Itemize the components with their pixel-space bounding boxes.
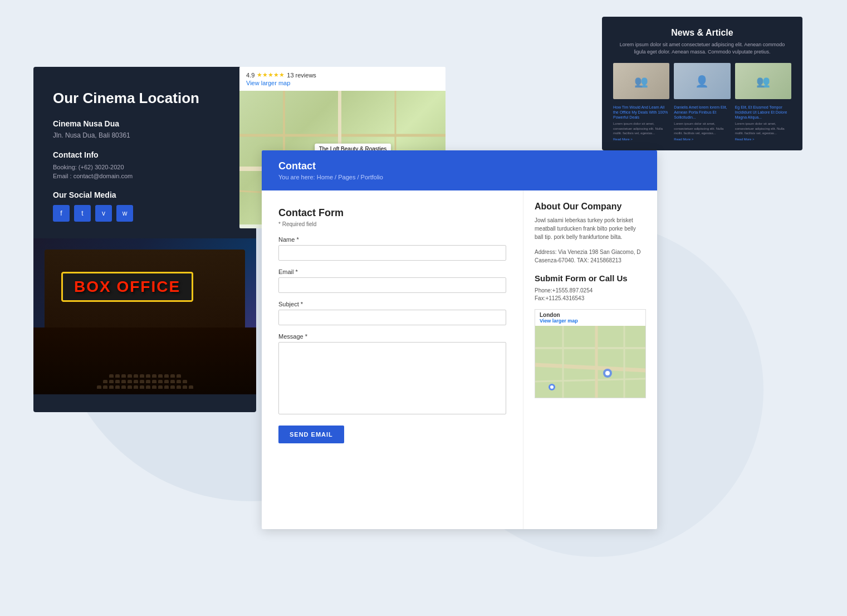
seat <box>170 374 175 378</box>
seat <box>140 380 144 383</box>
send-email-button[interactable]: SEND EMAIL <box>278 426 344 443</box>
name-input[interactable] <box>278 245 506 261</box>
seat-row-3 <box>33 385 256 389</box>
news-item-2-link[interactable]: Read More > <box>674 138 730 141</box>
mini-map-roads-svg <box>535 326 645 398</box>
seat <box>183 380 187 383</box>
fax-number: Fax:+1125.4316543 <box>535 295 646 301</box>
seat <box>115 374 120 378</box>
seat <box>140 385 144 389</box>
seat-row-2 <box>33 380 256 383</box>
seat <box>109 380 114 383</box>
seat <box>189 385 193 389</box>
mini-map-link[interactable]: View larger map <box>540 318 641 324</box>
seat <box>140 374 144 378</box>
cinema-card: Our Cinema Location Cinema Nusa Dua Jln.… <box>33 67 256 412</box>
news-item-3-link[interactable]: Read More > <box>735 138 791 141</box>
news-title: News & Article <box>613 28 791 38</box>
seat <box>134 380 138 383</box>
seat <box>164 380 169 383</box>
contact-form-section: Contact Form * Required field Name * Ema… <box>262 190 523 529</box>
wifi-button[interactable]: w <box>116 205 133 222</box>
about-address: Address: Via Venezia 198 San Giacomo, D … <box>535 248 646 265</box>
seat <box>183 385 187 389</box>
email-label: Email * <box>278 268 506 275</box>
news-item-2: Danielis Amet lorem lorem Elit, Aenean P… <box>674 105 730 140</box>
email-input[interactable] <box>278 277 506 293</box>
news-item-1-text: Lorem ipsum dolor sit amet, consectetuer… <box>613 121 669 135</box>
seat <box>128 385 132 389</box>
seat <box>146 380 150 383</box>
submit-title: Submit Form or Call Us <box>535 273 646 283</box>
seat <box>134 385 138 389</box>
mini-map: London View larger map <box>535 309 646 398</box>
svg-point-14 <box>550 385 554 389</box>
seat <box>109 374 114 378</box>
cinema-image: BOX OFFICE <box>33 238 256 394</box>
seat <box>115 380 120 383</box>
mini-map-city: London <box>540 312 560 318</box>
about-title: About Our Company <box>535 202 646 212</box>
svg-point-16 <box>605 371 610 375</box>
cinema-name: Cinema Nusa Dua <box>53 119 237 128</box>
news-item-1: How Tim Would And Learn All the Offlice … <box>613 105 669 140</box>
seat <box>134 374 138 378</box>
map-header: 4.9 ★★★★★ 13 reviews View larger map <box>239 67 445 91</box>
name-label: Name * <box>278 236 506 243</box>
seat <box>152 374 156 378</box>
seat <box>170 385 175 389</box>
news-item-3: Eg Elit, Et Eiusmod Tempor Incididunt Ut… <box>735 105 791 140</box>
seat <box>177 374 181 378</box>
seat <box>115 385 120 389</box>
news-item-2-title: Danielis Amet lorem lorem Elit, Aenean P… <box>674 105 730 120</box>
social-buttons-row: f t v w <box>53 205 237 222</box>
about-description: Jowl salami leberkas turkey pork brisket… <box>535 216 646 241</box>
booking-info: Booking: (+62) 3020-2020 <box>53 164 237 170</box>
map-reviews: 13 reviews <box>287 72 316 79</box>
subject-input[interactable] <box>278 310 506 325</box>
news-image-1: 👥 <box>613 63 669 99</box>
contact-header: Contact You are here: Home / Pages / Por… <box>262 150 657 190</box>
news-subtitle: Lorem ipsum dolor sit amet consectetuer … <box>613 41 791 55</box>
cinema-address: Jln. Nusa Dua, Bali 80361 <box>53 131 237 139</box>
seat <box>121 374 126 378</box>
news-image-3: 👥 <box>735 63 791 99</box>
theater-seats <box>33 327 256 394</box>
seat <box>121 380 126 383</box>
message-label: Message * <box>278 333 506 340</box>
seat <box>164 385 169 389</box>
seat <box>146 374 150 378</box>
seat <box>146 385 150 389</box>
news-people-1: 👥 <box>613 63 669 99</box>
mini-map-body <box>535 326 645 398</box>
seat <box>128 380 132 383</box>
seat <box>128 374 132 378</box>
seat <box>103 385 107 389</box>
seat-row-1 <box>33 374 256 378</box>
news-item-1-title: How Tim Would And Learn All the Offlice … <box>613 105 669 120</box>
news-item-1-link[interactable]: Read More > <box>613 138 669 141</box>
contact-breadcrumb: You are here: Home / Pages / Portfolio <box>278 174 640 180</box>
news-card: News & Article Lorem ipsum dolor sit ame… <box>602 17 802 150</box>
vimeo-button[interactable]: v <box>95 205 112 222</box>
contact-info-heading: Contact Info <box>53 150 237 159</box>
subject-label: Subject * <box>278 301 506 307</box>
news-people-2: 👤 <box>674 63 730 99</box>
seat <box>164 374 169 378</box>
news-people-3: 👥 <box>735 63 791 99</box>
contact-form-title: Contact Form <box>278 207 506 219</box>
news-image-2: 👤 <box>674 63 730 99</box>
social-media-section: Our Social Media f t v w <box>53 190 237 222</box>
news-item-2-text: Lorem ipsum dolor sit amet, consectetuer… <box>674 121 730 135</box>
facebook-button[interactable]: f <box>53 205 70 222</box>
contact-header-title: Contact <box>278 160 640 172</box>
seat <box>97 385 101 389</box>
twitter-button[interactable]: t <box>74 205 91 222</box>
contact-card: Contact You are here: Home / Pages / Por… <box>262 150 657 529</box>
seat <box>170 380 175 383</box>
view-larger-map-link[interactable]: View larger map <box>246 80 316 86</box>
contact-info-section: About Our Company Jowl salami leberkas t… <box>523 190 657 529</box>
message-textarea[interactable] <box>278 342 506 414</box>
seat <box>109 385 114 389</box>
mini-map-header: London View larger map <box>535 310 645 326</box>
